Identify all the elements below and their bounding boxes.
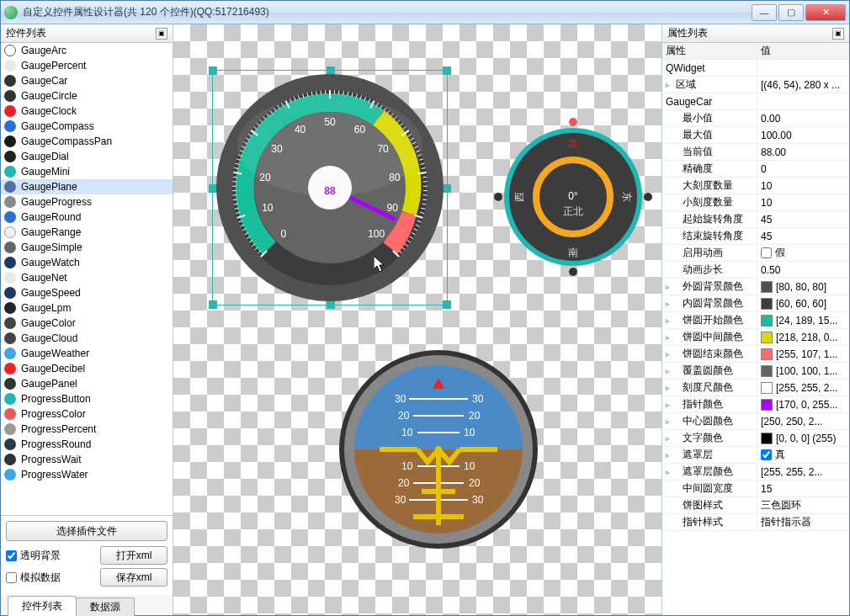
- property-row[interactable]: 起始旋转角度45: [662, 211, 849, 228]
- select-plugin-file-button[interactable]: 选择插件文件: [6, 521, 167, 541]
- property-row[interactable]: ▹饼圆开始颜色[24, 189, 15...: [662, 312, 849, 329]
- control-item-GaugePercent[interactable]: GaugePercent: [1, 58, 173, 73]
- control-icon: [4, 196, 16, 208]
- control-item-ProgressButton[interactable]: ProgressButton: [1, 391, 173, 406]
- property-row[interactable]: GaugeCar: [662, 93, 849, 110]
- control-item-GaugeArc[interactable]: GaugeArc: [1, 43, 173, 58]
- property-row[interactable]: ▹外圆背景颜色[80, 80, 80]: [662, 279, 849, 295]
- control-item-GaugeSimple[interactable]: GaugeSimple: [1, 240, 173, 255]
- svg-text:南: 南: [568, 247, 578, 258]
- property-row[interactable]: ▹区域[(46, 54), 280 x ...: [662, 77, 849, 93]
- control-icon: [4, 135, 16, 147]
- property-row[interactable]: 精确度0: [662, 161, 849, 178]
- properties-grid[interactable]: 属性值QWidget▹区域[(46, 54), 280 x ...GaugeCa…: [662, 43, 849, 615]
- controls-list[interactable]: GaugeArcGaugePercentGaugeCarGaugeCircleG…: [1, 43, 173, 515]
- save-xml-button[interactable]: 保存xml: [100, 568, 167, 587]
- property-row[interactable]: 大刻度数量10: [662, 178, 849, 194]
- control-icon: [4, 181, 16, 193]
- property-row[interactable]: 属性值: [662, 43, 849, 60]
- control-item-ProgressRound[interactable]: ProgressRound: [1, 437, 173, 452]
- control-item-ProgressWater[interactable]: ProgressWater: [1, 467, 173, 482]
- property-row[interactable]: 结束旋转角度45: [662, 228, 849, 245]
- control-item-GaugeWeather[interactable]: GaugeWeather: [1, 346, 173, 361]
- control-item-GaugeCloud[interactable]: GaugeCloud: [1, 331, 173, 346]
- control-icon: [4, 408, 16, 420]
- control-item-GaugePlane[interactable]: GaugePlane: [1, 179, 173, 194]
- control-label: GaugeArc: [21, 45, 66, 56]
- undock-icon[interactable]: ▣: [832, 28, 844, 40]
- control-item-GaugeCar[interactable]: GaugeCar: [1, 73, 173, 88]
- property-row[interactable]: 动画步长0.50: [662, 262, 849, 279]
- property-row[interactable]: 中间圆宽度15: [662, 481, 849, 497]
- open-xml-button[interactable]: 打开xml: [100, 546, 167, 565]
- control-item-GaugeColor[interactable]: GaugeColor: [1, 316, 173, 331]
- tab-datasource[interactable]: 数据源: [76, 597, 135, 616]
- design-canvas[interactable]: 0102030405060708090100 88 北 南 东 西 0° 正北: [173, 24, 661, 615]
- control-label: GaugeWatch: [21, 257, 80, 268]
- control-item-GaugeClock[interactable]: GaugeClock: [1, 104, 173, 119]
- property-row[interactable]: 启用动画 假: [662, 245, 849, 262]
- mock-data-checkbox[interactable]: 模拟数据: [6, 571, 95, 585]
- minimize-button[interactable]: [752, 4, 777, 21]
- property-row[interactable]: 当前值88.00: [662, 144, 849, 161]
- control-icon: [4, 166, 16, 178]
- control-item-GaugePanel[interactable]: GaugePanel: [1, 376, 173, 391]
- svg-text:10: 10: [401, 427, 413, 438]
- control-item-GaugeRound[interactable]: GaugeRound: [1, 210, 173, 225]
- control-item-GaugeCompassPan[interactable]: GaugeCompassPan: [1, 134, 173, 149]
- property-row[interactable]: ▹指针颜色[170, 0, 255...: [662, 396, 849, 413]
- tab-controls-list[interactable]: 控件列表: [8, 596, 77, 616]
- property-row[interactable]: 最大值100.00: [662, 127, 849, 144]
- control-item-GaugeCompass[interactable]: GaugeCompass: [1, 119, 173, 134]
- control-item-ProgressColor[interactable]: ProgressColor: [1, 406, 173, 422]
- control-label: GaugeDial: [21, 151, 69, 162]
- property-row[interactable]: ▹刻度尺颜色[255, 255, 2...: [662, 380, 849, 396]
- property-row[interactable]: ▹覆盖圆颜色[100, 100, 1...: [662, 363, 849, 380]
- control-label: GaugeWeather: [21, 348, 89, 359]
- svg-point-160: [435, 446, 442, 453]
- transparent-bg-checkbox[interactable]: 透明背景: [6, 549, 95, 563]
- undock-icon[interactable]: ▣: [156, 28, 167, 40]
- control-item-GaugeProgress[interactable]: GaugeProgress: [1, 194, 173, 210]
- control-icon: [4, 120, 16, 132]
- gauge-car-widget[interactable]: 0102030405060708090100 88: [212, 70, 448, 305]
- svg-text:30: 30: [395, 393, 406, 405]
- control-label: GaugeSimple: [21, 242, 82, 253]
- control-item-GaugeDecibel[interactable]: GaugeDecibel: [1, 361, 173, 376]
- maximize-button[interactable]: [778, 4, 804, 21]
- control-label: ProgressButton: [21, 393, 91, 405]
- control-item-GaugeMini[interactable]: GaugeMini: [1, 164, 173, 179]
- control-item-GaugeDial[interactable]: GaugeDial: [1, 149, 173, 164]
- titlebar[interactable]: 自定义控件属性设计器(共 120 个控件)(QQ:517216493): [1, 1, 849, 24]
- property-row[interactable]: ▹中心圆颜色[250, 250, 2...: [662, 413, 849, 430]
- control-item-GaugeNet[interactable]: GaugeNet: [1, 270, 173, 285]
- property-row[interactable]: 饼图样式三色圆环: [662, 497, 849, 514]
- property-row[interactable]: 小刻度数量10: [662, 194, 849, 211]
- control-label: GaugePanel: [21, 378, 77, 390]
- property-row[interactable]: ▹饼圆中间颜色[218, 218, 0...: [662, 329, 849, 346]
- control-item-GaugeWatch[interactable]: GaugeWatch: [1, 255, 173, 270]
- close-button[interactable]: [805, 4, 846, 21]
- property-row[interactable]: 最小值0.00: [662, 110, 849, 127]
- control-icon: [4, 226, 16, 238]
- svg-text:20: 20: [398, 477, 410, 489]
- property-row[interactable]: ▹内圆背景颜色[60, 60, 60]: [662, 295, 849, 312]
- control-item-GaugeLpm[interactable]: GaugeLpm: [1, 300, 173, 316]
- gauge-plane-widget[interactable]: 3030 2020 1010 1010 2020 3030: [337, 348, 539, 550]
- property-row[interactable]: ▹文字颜色[0, 0, 0] (255): [662, 430, 849, 447]
- property-row[interactable]: QWidget: [662, 60, 849, 77]
- svg-point-117: [237, 95, 422, 196]
- control-item-ProgressPercent[interactable]: ProgressPercent: [1, 422, 173, 437]
- property-row[interactable]: 指针样式指针指示器: [662, 514, 849, 531]
- property-row[interactable]: ▹遮罩层颜色[255, 255, 2...: [662, 464, 849, 481]
- control-icon: [4, 90, 16, 102]
- control-item-GaugeRange[interactable]: GaugeRange: [1, 225, 173, 240]
- control-item-GaugeSpeed[interactable]: GaugeSpeed: [1, 285, 173, 300]
- property-row[interactable]: ▹饼圆结束颜色[255, 107, 1...: [662, 346, 849, 363]
- control-item-GaugeCircle[interactable]: GaugeCircle: [1, 88, 173, 104]
- control-icon: [4, 211, 16, 223]
- property-row[interactable]: ▹遮罩层 真: [662, 447, 849, 464]
- control-item-ProgressWait[interactable]: ProgressWait: [1, 452, 173, 467]
- gauge-compass-widget[interactable]: 北 南 东 西 0° 正北: [493, 117, 653, 277]
- control-icon: [4, 151, 16, 162]
